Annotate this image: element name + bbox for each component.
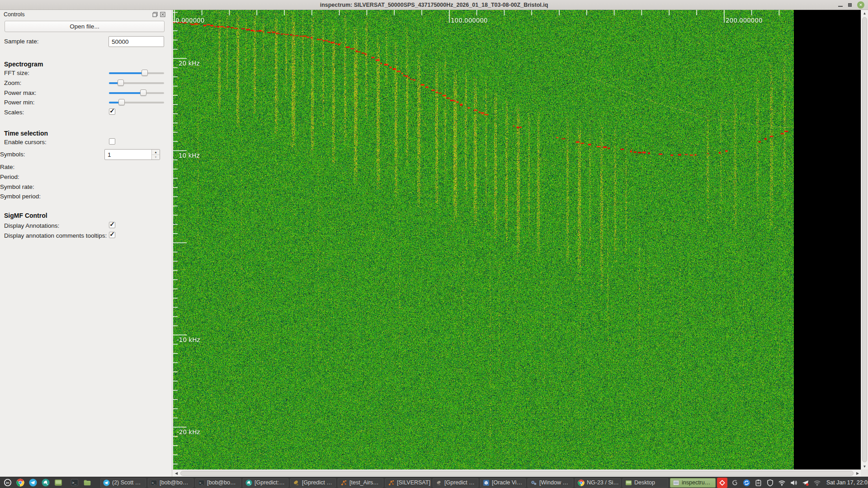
scroll-down-icon[interactable]: ▼: [861, 463, 868, 469]
horizontal-scroll-thumb[interactable]: [180, 471, 854, 476]
enable-cursors-checkbox[interactable]: ✓: [109, 138, 115, 145]
dock-title: Controls: [4, 11, 25, 18]
window-list: (2) Scott …>_[bob@bo…>_[bob@bo…[Gpredict…: [100, 478, 716, 488]
tray-network-wifi-icon[interactable]: [778, 479, 786, 487]
power-max-slider[interactable]: [109, 89, 164, 97]
launcher-gpredict[interactable]: [40, 478, 51, 488]
scales-label: Scales:: [4, 109, 24, 116]
zoom-slider[interactable]: [109, 79, 164, 87]
tray-volume-icon[interactable]: [789, 479, 798, 487]
taskbar-window-1[interactable]: >_[bob@bo…: [148, 478, 193, 488]
launcher-terminal[interactable]: >_: [69, 478, 80, 488]
horizontal-scrollbar[interactable]: ◀ ▶: [173, 469, 861, 477]
launcher-green-app[interactable]: [52, 478, 64, 488]
sample-rate-input[interactable]: 50000: [108, 36, 164, 47]
taskbar-window-label: NG-23 / Si…: [587, 479, 619, 486]
taskbar-window-6[interactable]: [SILVERSAT]: [385, 478, 431, 488]
controls-panel: Controls Open file... Sample rate: 50000…: [0, 10, 172, 477]
scales-checkbox[interactable]: ✓: [109, 108, 115, 115]
power-max-label: Power max:: [4, 89, 36, 96]
time-selection-heading: Time selection: [4, 130, 48, 137]
taskbar-window-label: [Window …: [539, 479, 568, 486]
tray-wifi-secondary-icon[interactable]: [813, 479, 821, 487]
svg-text:>_: >_: [152, 481, 156, 485]
taskbar-window-2[interactable]: >_[bob@bo…: [195, 478, 241, 488]
taskbar-window-4[interactable]: [Gpredict …: [290, 478, 336, 488]
scrollbar-corner: [861, 469, 868, 477]
scroll-left-icon[interactable]: ◀: [173, 470, 179, 477]
spin-down-icon[interactable]: ▼: [152, 155, 160, 160]
window-titlebar[interactable]: inspectrum: SILVERSAT_50000SPS_437175000…: [0, 0, 868, 10]
taskbar-window-label: [Gpredict:…: [255, 479, 285, 486]
check-icon: ✓: [109, 230, 115, 238]
taskbar-window-10[interactable]: NG-23 / Si…: [575, 478, 621, 488]
symbol-period-label: Symbol period:: [0, 193, 165, 200]
check-icon: ✓: [109, 221, 115, 228]
scroll-right-icon[interactable]: ▶: [854, 470, 861, 477]
taskbar-window-label: (2) Scott …: [112, 479, 141, 486]
zoom-label: Zoom:: [4, 80, 21, 86]
fft-size-label: FFT size:: [4, 70, 29, 76]
taskbar-window-label: [SILVERSAT]: [397, 479, 430, 486]
launcher-files[interactable]: [81, 478, 93, 488]
taskbar-window-label: Desktop: [634, 479, 655, 486]
taskbar-window-label: [bob@bo…: [160, 479, 188, 486]
vertical-scroll-thumb[interactable]: [862, 17, 867, 462]
launcher-area: lm>_: [2, 478, 93, 488]
system-tray: [717, 478, 821, 488]
period-label: Period:: [0, 174, 165, 180]
taskbar-window-3[interactable]: [Gpredict:…: [243, 478, 288, 488]
close-button[interactable]: ✕: [857, 1, 864, 9]
symbols-value: 1: [108, 151, 111, 158]
dock-float-icon[interactable]: [152, 12, 158, 19]
taskbar-window-9[interactable]: [Window …: [528, 478, 573, 488]
launcher-mint-menu[interactable]: lm: [2, 478, 13, 488]
tray-sync-icon[interactable]: [742, 479, 751, 487]
power-min-slider[interactable]: [109, 98, 164, 107]
tray-variety-icon[interactable]: [717, 478, 727, 488]
fft-size-slider[interactable]: [109, 69, 164, 77]
window-title: inspectrum: SILVERSAT_50000SPS_437175000…: [320, 2, 548, 8]
symbols-spinbox[interactable]: 1 ▲ ▼: [104, 149, 160, 160]
open-file-button[interactable]: Open file...: [5, 21, 165, 32]
taskbar-window-0[interactable]: (2) Scott …: [100, 478, 146, 488]
taskbar-window-label: inspectru…: [682, 479, 710, 486]
taskbar-window-label: [bob@bo…: [207, 479, 236, 486]
maximize-button[interactable]: [848, 3, 852, 7]
display-annotations-checkbox[interactable]: ✓: [109, 222, 115, 228]
tray-shield-icon[interactable]: [766, 479, 774, 487]
launcher-chrome[interactable]: [14, 478, 26, 488]
taskbar-window-8[interactable]: [Oracle Vi…: [480, 478, 526, 488]
sample-rate-label: Sample rate:: [4, 38, 39, 45]
scroll-up-icon[interactable]: ▲: [861, 10, 868, 16]
slider-handle[interactable]: [118, 80, 124, 86]
minimize-button[interactable]: [838, 6, 843, 7]
symbol-rate-label: Symbol rate:: [0, 183, 165, 190]
vertical-scrollbar[interactable]: ▲ ▼: [861, 10, 868, 469]
taskbar: lm>_ (2) Scott …>_[bob@bo…>_[bob@bo…[Gpr…: [0, 477, 868, 488]
sigmf-heading: SigMF Control: [4, 212, 47, 219]
launcher-telegram[interactable]: [27, 478, 38, 488]
spectrogram-heading: Spectrogram: [4, 61, 43, 68]
svg-text:>_: >_: [199, 481, 203, 485]
tray-clipboard-icon[interactable]: [754, 479, 763, 487]
taskbar-window-11[interactable]: Desktop: [623, 478, 668, 488]
spectrogram-canvas[interactable]: [173, 10, 861, 469]
dock-close-icon[interactable]: [160, 12, 165, 19]
taskbar-clock[interactable]: Sat Jan 17, 22:02: [826, 479, 868, 486]
taskbar-window-7[interactable]: [Gpredict …: [433, 478, 478, 488]
rate-label: Rate:: [0, 164, 165, 170]
tray-telegram-tray-icon[interactable]: [801, 479, 810, 487]
taskbar-window-5[interactable]: [test_Airs…: [338, 478, 383, 488]
slider-handle[interactable]: [118, 99, 125, 105]
display-tooltips-checkbox[interactable]: ✓: [109, 232, 115, 238]
spin-up-icon[interactable]: ▲: [152, 150, 160, 155]
taskbar-window-active[interactable]: inspectru…: [670, 478, 716, 488]
slider-handle[interactable]: [142, 70, 148, 76]
taskbar-window-label: [Oracle Vi…: [492, 479, 522, 486]
slider-handle[interactable]: [140, 89, 146, 96]
check-icon: ✓: [109, 107, 115, 114]
display-tooltips-label: Display annotation comments tooltips:: [4, 232, 107, 239]
taskbar-window-label: [Gpredict …: [444, 479, 475, 486]
tray-swirl-icon[interactable]: [731, 479, 739, 487]
